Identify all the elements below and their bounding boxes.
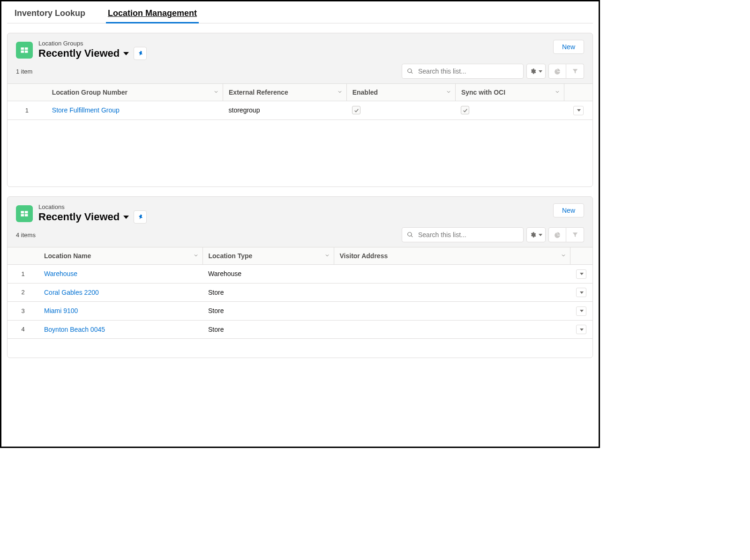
location-link[interactable]: Boynton Beach 0045 [44, 326, 105, 333]
visitor-address-cell [334, 302, 570, 321]
visitor-address-cell [334, 283, 570, 302]
col-location-name[interactable]: Location Name [38, 247, 202, 265]
search-input-wrap[interactable] [402, 227, 524, 242]
row-number: 4 [8, 320, 38, 339]
gear-icon [530, 68, 536, 75]
location-type-cell: Store [202, 302, 334, 321]
list-view-name[interactable]: Recently Viewed [38, 211, 120, 223]
row-actions-button[interactable] [576, 325, 586, 334]
chevron-down-icon[interactable] [123, 216, 129, 219]
pin-list-button[interactable] [134, 47, 147, 60]
chevron-down-icon [539, 70, 542, 73]
location-groups-table: Location Group Number External Reference… [8, 83, 592, 180]
col-actions [570, 247, 592, 265]
chevron-down-icon [539, 234, 542, 236]
location-type-cell: Store [202, 283, 334, 302]
chart-button[interactable] [548, 227, 566, 242]
location-type-cell: Store [202, 320, 334, 339]
table-row: 3 Miami 9100 Store [8, 302, 592, 321]
search-input[interactable] [417, 231, 518, 239]
col-rownum [8, 247, 38, 265]
sync-oci-checkbox [461, 106, 469, 114]
locations-table: Location Name Location Type Visitor Addr… [8, 247, 592, 358]
row-actions-button[interactable] [576, 269, 586, 279]
tab-bar: Inventory Lookup Location Management [7, 3, 593, 23]
chart-button[interactable] [548, 64, 566, 79]
row-number: 2 [8, 283, 38, 302]
chevron-down-icon[interactable] [123, 52, 129, 55]
col-actions [564, 84, 592, 101]
col-location-type[interactable]: Location Type [202, 247, 334, 265]
panel-location-groups: Location Groups Recently Viewed New 1 it… [7, 33, 593, 187]
col-external-reference[interactable]: External Reference [223, 84, 347, 101]
col-visitor-address[interactable]: Visitor Address [334, 247, 570, 265]
object-label: Locations [38, 203, 147, 210]
tab-location-management[interactable]: Location Management [106, 3, 199, 23]
visitor-address-cell [334, 320, 570, 339]
location-type-cell: Warehouse [202, 265, 334, 284]
pie-chart-icon [554, 231, 561, 238]
enabled-checkbox [352, 106, 360, 114]
row-actions-button[interactable] [576, 288, 586, 297]
location-group-link[interactable]: Store Fulfillment Group [52, 106, 120, 114]
external-reference-cell: storegroup [223, 101, 347, 120]
pin-list-button[interactable] [134, 210, 147, 224]
row-number: 1 [8, 265, 38, 284]
tab-inventory-lookup[interactable]: Inventory Lookup [13, 3, 87, 23]
list-settings-button[interactable] [526, 64, 546, 79]
table-row: 4 Boynton Beach 0045 Store [8, 320, 592, 339]
search-input[interactable] [417, 67, 518, 75]
col-enabled[interactable]: Enabled [346, 84, 455, 101]
filter-button[interactable] [566, 227, 584, 242]
new-button[interactable]: New [553, 40, 584, 54]
table-row: 1 Store Fulfillment Group storegroup [8, 101, 592, 120]
location-link[interactable]: Miami 9100 [44, 307, 78, 314]
panel-locations: Locations Recently Viewed New 4 items [7, 196, 593, 358]
row-actions-button[interactable] [576, 306, 586, 316]
row-number: 3 [8, 302, 38, 321]
filter-icon [572, 231, 578, 238]
col-rownum [8, 84, 46, 101]
item-count: 4 items [16, 231, 36, 239]
table-row: 1 Warehouse Warehouse [8, 265, 592, 284]
pie-chart-icon [554, 68, 561, 75]
col-location-group-number[interactable]: Location Group Number [46, 84, 223, 101]
location-icon [16, 205, 33, 222]
search-input-wrap[interactable] [402, 64, 524, 79]
object-label: Location Groups [38, 40, 147, 47]
table-row: 2 Coral Gables 2200 Store [8, 283, 592, 302]
item-count: 1 item [16, 68, 32, 75]
row-actions-button[interactable] [573, 106, 584, 115]
location-link[interactable]: Warehouse [44, 270, 77, 277]
row-number: 1 [8, 101, 46, 120]
gear-icon [530, 231, 536, 238]
search-icon [407, 231, 413, 238]
list-view-name[interactable]: Recently Viewed [38, 47, 120, 60]
filter-button[interactable] [566, 64, 584, 79]
col-sync-oci[interactable]: Sync with OCI [455, 84, 564, 101]
location-link[interactable]: Coral Gables 2200 [44, 289, 99, 296]
search-icon [407, 68, 413, 75]
location-group-icon [16, 42, 33, 59]
visitor-address-cell [334, 265, 570, 284]
filter-icon [572, 68, 578, 75]
app-frame: Inventory Lookup Location Management Loc… [0, 0, 600, 448]
list-settings-button[interactable] [526, 227, 546, 242]
new-button[interactable]: New [553, 203, 584, 217]
